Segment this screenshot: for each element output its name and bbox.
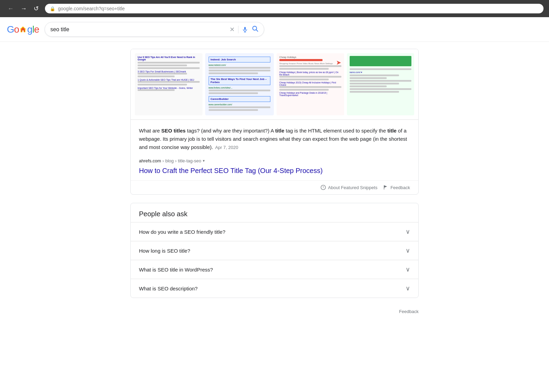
image-panel-1: Use 9 SEO Tips Are All You'll Ever Need … <box>135 53 202 115</box>
nav-buttons: ← → ↺ <box>5 3 41 14</box>
svg-rect-9 <box>384 185 384 189</box>
paa-question-0: How do you write a SEO friendly title? <box>139 229 225 235</box>
logo-letter-g2: g <box>27 24 32 35</box>
snippet-text-2: tags? (and why are they important?) A <box>186 128 275 134</box>
svg-line-6 <box>256 30 258 32</box>
image-panel-2: Indeed: Job Search www.indeed.com/ The S… <box>205 53 274 115</box>
address-text: google.com/search?q=seo+title <box>58 6 539 11</box>
search-bar[interactable]: seo title ✕ <box>45 22 264 37</box>
forward-button[interactable]: → <box>19 4 29 14</box>
refresh-button[interactable]: ↺ <box>32 3 41 14</box>
mic-icon <box>242 26 248 33</box>
search-clear-button[interactable]: ✕ <box>230 26 235 33</box>
image-strip: Use 9 SEO Tips Are All You'll Ever Need … <box>131 49 418 120</box>
logo-letter-o1: o <box>14 24 19 35</box>
flag-icon <box>383 185 388 190</box>
image-panel-3: Cheap Holidays Shopping Amazon Prime Vid… <box>277 53 344 115</box>
source-path1: blog <box>165 158 174 163</box>
about-snippets-label: About Featured Snippets <box>328 185 377 190</box>
paa-item-3[interactable]: What is SEO description? ∨ <box>131 279 418 298</box>
image-panel-4: namo.com/ ▾ <box>347 53 414 115</box>
snippet-text-body: What are SEO titles tags? (and why are t… <box>131 120 418 158</box>
search-submit-button[interactable] <box>252 25 258 34</box>
paa-header: People also ask <box>131 203 418 222</box>
source-domain: ahrefs.com <box>139 158 161 163</box>
source-path2: title-tag-seo <box>178 158 201 163</box>
feedback-label: Feedback <box>390 185 410 190</box>
search-query-text: seo title <box>50 26 226 33</box>
bottom-feedback-button[interactable]: Feedback <box>130 306 419 317</box>
paa-item-1[interactable]: How long is SEO title? ∨ <box>131 241 418 260</box>
featured-snippet-card: Use 9 SEO Tips Are All You'll Ever Need … <box>130 49 419 195</box>
paa-chevron-0: ∨ <box>406 228 410 235</box>
source-sep1: › <box>162 158 164 163</box>
source-sep2: › <box>175 158 176 163</box>
paa-item-2[interactable]: What is SEO title in WordPress? ∨ <box>131 260 418 279</box>
panel-2-title: Indeed: Job Search <box>209 57 271 62</box>
feedback-button[interactable]: Feedback <box>383 185 410 190</box>
question-circle-icon: ? <box>320 185 326 190</box>
divider <box>238 26 238 33</box>
logo-house-icon <box>19 26 27 33</box>
svg-text:?: ? <box>323 186 324 189</box>
svg-rect-2 <box>244 27 246 30</box>
paa-question-1: How long is SEO title? <box>139 248 190 254</box>
snippet-text-3: tag is the HTML element used to specify … <box>284 128 387 134</box>
snippet-bold-3: title <box>387 128 397 134</box>
source-breadcrumb: ahrefs.com › blog › title-tag-seo ▾ <box>131 158 418 165</box>
paa-question-2: What is SEO title in WordPress? <box>139 267 213 273</box>
google-logo[interactable]: G o g l e <box>7 24 39 35</box>
paa-chevron-3: ∨ <box>406 285 410 292</box>
paa-item-0[interactable]: How do you write a SEO friendly title? ∨ <box>131 222 418 241</box>
lock-icon: 🔒 <box>50 6 55 11</box>
red-arrow: ➤ <box>336 59 341 66</box>
svg-marker-10 <box>384 185 387 188</box>
paa-question-3: What is SEO description? <box>139 286 198 291</box>
paa-chevron-2: ∨ <box>406 266 410 273</box>
snippet-bold-2: title <box>275 128 284 134</box>
back-button[interactable]: ← <box>5 4 16 14</box>
logo-letter-e: e <box>34 24 39 35</box>
google-header: G o g l e seo title ✕ <box>0 17 549 42</box>
result-title-link[interactable]: How to Craft the Perfect SEO Title Tag (… <box>131 165 418 180</box>
voice-search-button[interactable] <box>242 26 248 33</box>
main-content: Use 9 SEO Tips Are All You'll Ever Need … <box>120 42 429 324</box>
snippet-bold-1: SEO titles <box>161 128 186 134</box>
browser-chrome: ← → ↺ 🔒 google.com/search?q=seo+title <box>0 0 549 17</box>
people-also-ask-card: People also ask How do you write a SEO f… <box>130 203 419 298</box>
search-icon <box>252 25 258 32</box>
source-dropdown-arrow[interactable]: ▾ <box>203 159 205 163</box>
snippet-footer: ? About Featured Snippets Feedback <box>131 180 418 194</box>
snippet-date: Apr 7, 2020 <box>215 145 238 150</box>
about-featured-snippets-button[interactable]: ? About Featured Snippets <box>320 185 377 190</box>
address-bar[interactable]: 🔒 google.com/search?q=seo+title <box>45 4 544 13</box>
snippet-text-1: What are <box>139 128 161 134</box>
logo-letter-g: G <box>7 24 14 35</box>
paa-chevron-1: ∨ <box>406 247 410 254</box>
